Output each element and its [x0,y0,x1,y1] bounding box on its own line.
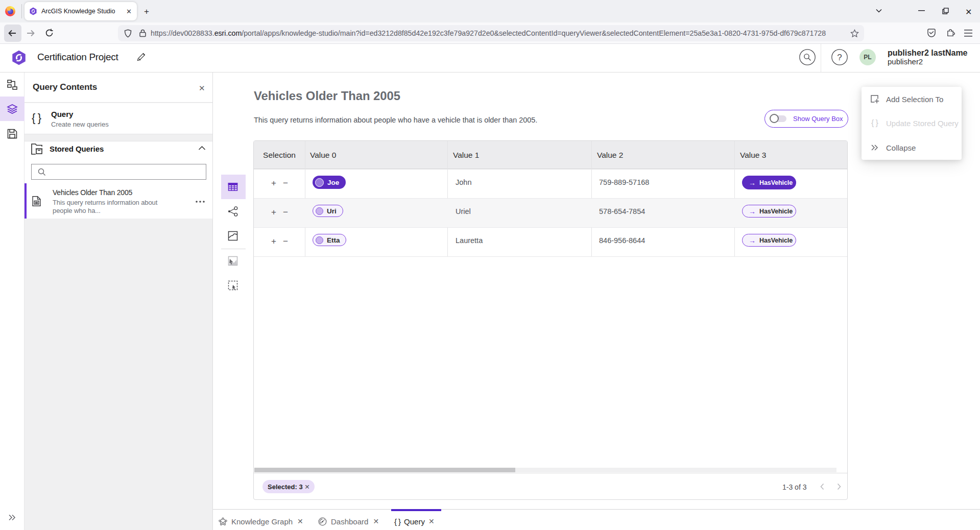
svg-text:?: ? [837,53,842,62]
